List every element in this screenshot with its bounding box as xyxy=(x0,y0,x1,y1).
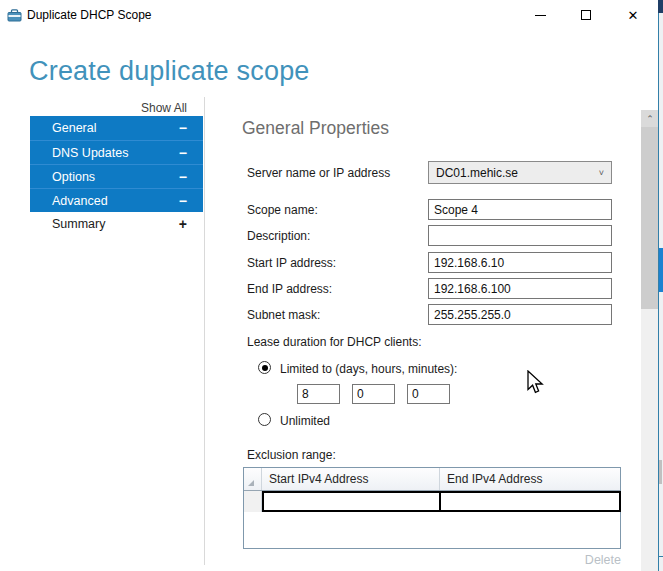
server-select[interactable]: DC01.mehic.se ˅ xyxy=(428,161,612,184)
expand-icon[interactable]: + xyxy=(179,217,187,231)
server-select-value: DC01.mehic.se xyxy=(436,166,518,180)
description-input[interactable] xyxy=(428,225,612,246)
limited-radio[interactable] xyxy=(258,361,271,374)
server-label: Server name or IP address xyxy=(247,166,390,180)
scroll-up-button[interactable]: ⌃ xyxy=(641,110,659,127)
sidebar-item-summary[interactable]: Summary + xyxy=(30,212,203,236)
unlimited-radio[interactable] xyxy=(258,413,271,426)
collapse-icon[interactable]: − xyxy=(179,121,187,135)
show-all-link[interactable]: Show All xyxy=(110,101,187,115)
minimize-button[interactable] xyxy=(517,0,563,30)
close-icon: ✕ xyxy=(628,9,639,22)
selector-triangle-icon xyxy=(248,480,254,486)
sidebar-item-label: General xyxy=(52,121,96,135)
row-selector[interactable] xyxy=(244,491,262,512)
sidebar-item-label: Options xyxy=(52,170,95,184)
minimize-icon xyxy=(535,15,546,16)
sidebar-item-label: Summary xyxy=(52,217,105,231)
exclusion-range-label: Exclusion range: xyxy=(247,448,336,462)
scope-name-input[interactable] xyxy=(428,199,612,220)
sidebar-item-label: DNS Updates xyxy=(52,146,128,160)
limited-label: Limited to (days, hours, minutes): xyxy=(280,362,457,376)
sidebar-item-label: Advanced xyxy=(52,194,108,208)
description-label: Description: xyxy=(247,229,310,243)
end-ip-input[interactable] xyxy=(428,278,612,299)
sidebar-item-dns-updates[interactable]: DNS Updates − xyxy=(30,140,203,164)
start-ip-input[interactable] xyxy=(428,252,612,273)
chevron-down-icon: ˅ xyxy=(599,168,604,178)
sidebar-item-advanced[interactable]: Advanced − xyxy=(30,188,203,212)
sidebar-item-general[interactable]: General − xyxy=(30,116,203,140)
scope-name-label: Scope name: xyxy=(247,203,318,217)
app-icon xyxy=(7,8,22,23)
end-ip-label: End IP address: xyxy=(247,282,332,296)
background-edge-dark-patch xyxy=(658,0,663,13)
sidebar-item-options[interactable]: Options − xyxy=(30,164,203,188)
background-edge-blue-patch xyxy=(659,248,663,292)
lease-duration-label: Lease duration for DHCP clients: xyxy=(247,335,422,349)
sidebar-nav: General − DNS Updates − Options − Advanc… xyxy=(30,116,203,236)
lease-days-input[interactable] xyxy=(297,384,340,404)
collapse-icon[interactable]: − xyxy=(179,146,187,160)
background-edge-tick xyxy=(659,556,663,557)
content-scrollbar[interactable]: ⌃ xyxy=(641,110,659,571)
mouse-cursor xyxy=(527,370,545,396)
start-ip-label: Start IP address: xyxy=(247,256,336,270)
sidebar-divider xyxy=(204,97,205,565)
column-header-start-ipv4[interactable]: Start IPv4 Address xyxy=(262,468,440,490)
subnet-mask-input[interactable] xyxy=(428,304,612,325)
close-button[interactable]: ✕ xyxy=(610,0,656,30)
row-selector-header[interactable] xyxy=(244,468,262,490)
maximize-button[interactable] xyxy=(563,0,609,30)
table-cell-start-ipv4[interactable] xyxy=(262,491,441,512)
table-header: Start IPv4 Address End IPv4 Address xyxy=(244,468,620,491)
lease-hours-input[interactable] xyxy=(352,384,395,404)
background-edge-scroll-thumb xyxy=(659,460,662,484)
maximize-icon xyxy=(581,10,591,20)
collapse-icon[interactable]: − xyxy=(179,194,187,208)
column-header-end-ipv4[interactable]: End IPv4 Address xyxy=(440,468,620,490)
unlimited-label: Unlimited xyxy=(280,414,330,428)
table-cell-end-ipv4[interactable] xyxy=(439,491,621,512)
section-title: General Properties xyxy=(242,118,389,139)
scrollbar-thumb[interactable] xyxy=(641,127,659,309)
lease-minutes-input[interactable] xyxy=(407,384,450,404)
page-title: Create duplicate scope xyxy=(29,56,310,87)
delete-button[interactable]: Delete xyxy=(550,553,621,567)
exclusion-range-table: Start IPv4 Address End IPv4 Address xyxy=(243,467,621,549)
subnet-mask-label: Subnet mask: xyxy=(247,308,320,322)
collapse-icon[interactable]: − xyxy=(179,170,187,184)
window-title: Duplicate DHCP Scope xyxy=(27,8,152,22)
title-bar[interactable]: Duplicate DHCP Scope ✕ xyxy=(0,0,658,30)
chevron-up-icon: ⌃ xyxy=(646,114,654,124)
